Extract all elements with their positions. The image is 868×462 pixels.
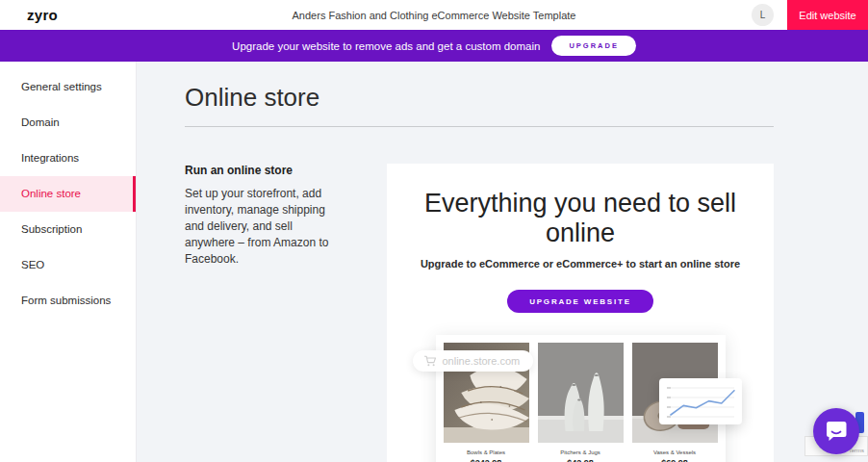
settings-shell: General settings Domain Integrations Onl… [0, 62, 868, 462]
store-preview: online.store.com [436, 335, 726, 462]
cart-icon [423, 355, 437, 367]
intro-heading: Run an online store [185, 164, 344, 177]
main-content: Online store Run an online store Set up … [137, 62, 868, 462]
sidebar-item-general-settings[interactable]: General settings [0, 69, 136, 105]
store-url-text: online.store.com [443, 355, 521, 367]
chat-icon [823, 418, 850, 445]
edit-website-button[interactable]: Edit website [787, 0, 868, 30]
upsell-heading: Everything you need to sell online [387, 189, 774, 248]
banner-upgrade-button[interactable]: UPGRADE [551, 36, 636, 56]
sidebar-item-seo[interactable]: SEO [0, 247, 136, 283]
sidebar-item-domain[interactable]: Domain [0, 105, 136, 141]
upgrade-website-button[interactable]: UPGRADE WEBSITE [507, 290, 653, 313]
chat-button[interactable] [813, 408, 859, 454]
top-bar-actions: L Edit website [752, 0, 868, 30]
sidebar-item-online-store[interactable]: Online store [0, 176, 136, 212]
zyro-logo[interactable]: zyro [0, 7, 58, 23]
chart-line [671, 391, 734, 415]
pitchers-photo [538, 343, 624, 443]
settings-sidebar: General settings Domain Integrations Onl… [0, 62, 137, 462]
upsell-subheading: Upgrade to eCommerce or eCommerce+ to st… [387, 258, 774, 270]
product-pitchers: Pitchers & Jugs $42.98 [538, 343, 624, 462]
template-title: Anders Fashion and Clothing eCommerce We… [0, 10, 868, 21]
top-bar: zyro Anders Fashion and Clothing eCommer… [0, 0, 868, 30]
online-store-section: Run an online store Set up your storefro… [185, 164, 774, 462]
mini-line-chart [659, 378, 742, 424]
product-name: Bowls & Plates [444, 449, 529, 455]
product-name: Pitchers & Jugs [538, 449, 624, 455]
title-divider [185, 126, 774, 127]
section-intro: Run an online store Set up your storefro… [185, 164, 387, 462]
intro-body: Set up your storefront, add inventory, m… [185, 186, 344, 268]
page-title: Online store [185, 83, 774, 113]
sidebar-item-form-submissions[interactable]: Form submissions [0, 283, 136, 319]
upsell-panel: Everything you need to sell online Upgra… [387, 164, 774, 462]
product-price: $42.98 [538, 458, 624, 462]
upgrade-banner: Upgrade your website to remove ads and g… [0, 30, 868, 62]
banner-text: Upgrade your website to remove ads and g… [232, 40, 540, 52]
sidebar-item-integrations[interactable]: Integrations [0, 141, 136, 176]
product-name: Vases & Vessels [632, 449, 718, 455]
product-price: $242.98 [444, 458, 529, 462]
account-avatar[interactable]: L [752, 4, 774, 26]
store-url-pill[interactable]: online.store.com [413, 350, 534, 372]
product-price: $69.98 [632, 458, 718, 462]
sidebar-item-subscription[interactable]: Subscription [0, 212, 136, 247]
